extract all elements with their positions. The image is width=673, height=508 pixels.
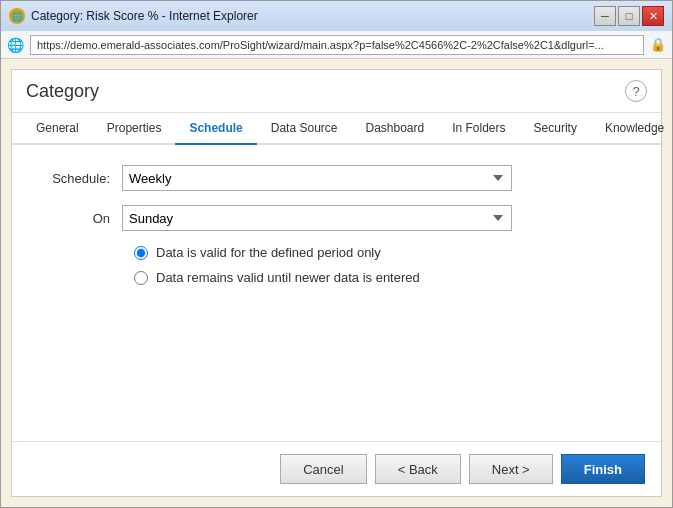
lock-icon: 🔒 <box>650 37 666 52</box>
schedule-select[interactable]: Daily Weekly Monthly Yearly Never <box>122 165 512 191</box>
radio-item-1: Data is valid for the defined period onl… <box>134 245 631 260</box>
next-button[interactable]: Next > <box>469 454 553 484</box>
close-button[interactable]: ✕ <box>642 6 664 26</box>
main-window: 🌐 Category: Risk Score % - Internet Expl… <box>0 0 673 508</box>
radio-valid-until-newer-label[interactable]: Data remains valid until newer data is e… <box>156 270 420 285</box>
cancel-button[interactable]: Cancel <box>280 454 366 484</box>
nav-icon: 🌐 <box>7 37 24 53</box>
minimize-button[interactable]: ─ <box>594 6 616 26</box>
radio-item-2: Data remains valid until newer data is e… <box>134 270 631 285</box>
tab-dashboard[interactable]: Dashboard <box>351 113 438 145</box>
radio-group: Data is valid for the defined period onl… <box>134 245 631 285</box>
address-input[interactable] <box>30 35 644 55</box>
tab-general[interactable]: General <box>22 113 93 145</box>
dialog-header: Category ? <box>12 70 661 113</box>
maximize-button[interactable]: □ <box>618 6 640 26</box>
on-row: On Sunday Monday Tuesday Wednesday Thurs… <box>42 205 631 231</box>
radio-valid-period-label[interactable]: Data is valid for the defined period onl… <box>156 245 381 260</box>
back-button[interactable]: < Back <box>375 454 461 484</box>
schedule-label: Schedule: <box>42 171 122 186</box>
tab-knowledge[interactable]: Knowledge <box>591 113 673 145</box>
title-bar-left: 🌐 Category: Risk Score % - Internet Expl… <box>9 8 258 24</box>
window-title: Category: Risk Score % - Internet Explor… <box>31 9 258 23</box>
radio-valid-period[interactable] <box>134 246 148 260</box>
title-bar: 🌐 Category: Risk Score % - Internet Expl… <box>1 1 672 31</box>
radio-valid-until-newer[interactable] <box>134 271 148 285</box>
window-controls: ─ □ ✕ <box>594 6 664 26</box>
content-area: Category ? General Properties Schedule D… <box>1 59 672 507</box>
tab-datasource[interactable]: Data Source <box>257 113 352 145</box>
dialog-title: Category <box>26 81 99 102</box>
tab-security[interactable]: Security <box>520 113 591 145</box>
tab-infolders[interactable]: In Folders <box>438 113 519 145</box>
schedule-row: Schedule: Daily Weekly Monthly Yearly Ne… <box>42 165 631 191</box>
on-label: On <box>42 211 122 226</box>
browser-icon: 🌐 <box>9 8 25 24</box>
tabs-bar: General Properties Schedule Data Source … <box>12 113 661 145</box>
tab-properties[interactable]: Properties <box>93 113 176 145</box>
form-area: Schedule: Daily Weekly Monthly Yearly Ne… <box>12 145 661 441</box>
finish-button[interactable]: Finish <box>561 454 645 484</box>
tab-schedule[interactable]: Schedule <box>175 113 256 145</box>
dialog-footer: Cancel < Back Next > Finish <box>12 441 661 496</box>
address-bar: 🌐 🔒 <box>1 31 672 59</box>
on-select[interactable]: Sunday Monday Tuesday Wednesday Thursday… <box>122 205 512 231</box>
help-button[interactable]: ? <box>625 80 647 102</box>
dialog-panel: Category ? General Properties Schedule D… <box>11 69 662 497</box>
